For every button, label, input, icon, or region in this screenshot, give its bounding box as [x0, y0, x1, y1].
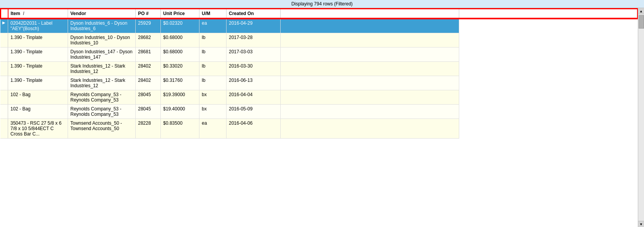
- scroll-track[interactable]: [638, 14, 644, 221]
- cell-createdOn: 2016-04-04: [227, 90, 281, 105]
- cell-um: lb: [199, 62, 227, 76]
- cell-vendor: Dyson Industries_10 - Dyson Industries_1…: [68, 33, 136, 47]
- cell-item: 1.390 - Tinplate: [8, 76, 68, 90]
- cell-createdOn: 2016-04-29: [227, 19, 281, 33]
- cell-unitPrice: $0.83500: [161, 119, 199, 139]
- cell-createdOn: 2016-06-13: [227, 76, 281, 90]
- cell-po: 28402: [136, 62, 161, 76]
- cell-item: 02042D2031 - Label "AEY"(Bosch): [8, 19, 68, 33]
- cell-um: lb: [199, 76, 227, 90]
- col-label-createdon: Created On: [229, 11, 254, 16]
- row-indicator-cell: [0, 76, 8, 90]
- row-indicator-cell: [0, 47, 8, 62]
- scroll-down-arrow[interactable]: ▼: [638, 221, 644, 227]
- table-wrapper: Item / Vendor PO # Unit Price: [0, 8, 644, 227]
- col-header-extra: [281, 8, 459, 19]
- cell-extra: [281, 76, 459, 90]
- vertical-scrollbar[interactable]: ▲ ▼: [638, 8, 644, 227]
- cell-unitPrice: $0.31760: [161, 76, 199, 90]
- table-row[interactable]: 1.390 - TinplateDyson Industries_147 - D…: [0, 47, 638, 62]
- cell-createdOn: 2017-03-28: [227, 33, 281, 47]
- data-table: Item / Vendor PO # Unit Price: [0, 8, 638, 139]
- cell-extra: [281, 47, 459, 62]
- cell-item: 350473 - RSC 27 5/8 x 6 7/8 x 10 5/844EC…: [8, 119, 68, 139]
- col-header-unitprice[interactable]: Unit Price: [161, 8, 199, 19]
- cell-unitPrice: $0.33020: [161, 62, 199, 76]
- cell-item: 102 - Bag: [8, 105, 68, 119]
- cell-unitPrice: $0.68000: [161, 33, 199, 47]
- cell-createdOn: 2017-03-03: [227, 47, 281, 62]
- row-indicator-cell: [0, 62, 8, 76]
- cell-um: ea: [199, 19, 227, 33]
- cell-createdOn: 2016-03-30: [227, 62, 281, 76]
- cell-po: 28402: [136, 76, 161, 90]
- cell-um: bx: [199, 105, 227, 119]
- table-row[interactable]: 350473 - RSC 27 5/8 x 6 7/8 x 10 5/844EC…: [0, 119, 638, 139]
- col-label-unitprice: Unit Price: [163, 11, 185, 16]
- table-header-row: Item / Vendor PO # Unit Price: [0, 8, 638, 19]
- col-label-vendor: Vendor: [70, 11, 86, 16]
- scroll-thumb[interactable]: [639, 15, 644, 29]
- row-indicator-cell: [0, 90, 8, 105]
- scroll-up-arrow[interactable]: ▲: [638, 8, 644, 14]
- cell-unitPrice: $19.39000: [161, 90, 199, 105]
- cell-extra: [281, 119, 459, 139]
- col-label-po: PO #: [138, 11, 148, 16]
- table-row[interactable]: 1.390 - TinplateStark Industries_12 - St…: [0, 76, 638, 90]
- cell-vendor: Dyson Industries_147 - Dyson Industries_…: [68, 47, 136, 62]
- cell-po: 28228: [136, 119, 161, 139]
- status-bar: Displaying 794 rows (Filtered): [0, 0, 644, 8]
- col-header-createdon[interactable]: Created On: [227, 8, 281, 19]
- cell-po: 28681: [136, 47, 161, 62]
- row-indicator-cell: [0, 33, 8, 47]
- cell-item: 102 - Bag: [8, 90, 68, 105]
- table-row[interactable]: 1.390 - TinplateDyson Industries_10 - Dy…: [0, 33, 638, 47]
- col-header-vendor[interactable]: Vendor: [68, 8, 136, 19]
- sort-indicator-item: /: [23, 11, 24, 16]
- table-row[interactable]: ▶02042D2031 - Label "AEY"(Bosch)Dyson In…: [0, 19, 638, 33]
- cell-um: lb: [199, 47, 227, 62]
- row-indicator-cell: [0, 119, 8, 139]
- cell-extra: [281, 105, 459, 119]
- cell-unitPrice: $0.02320: [161, 19, 199, 33]
- cell-vendor: Reynolds Company_53 - Reynolds Company_5…: [68, 105, 136, 119]
- cell-extra: [281, 62, 459, 76]
- col-header-um[interactable]: U/M: [199, 8, 227, 19]
- cell-createdOn: 2016-05-09: [227, 105, 281, 119]
- cell-unitPrice: $0.68000: [161, 47, 199, 62]
- row-indicator-cell: ▶: [0, 19, 8, 33]
- col-header-item[interactable]: Item /: [8, 8, 68, 19]
- cell-extra: [281, 33, 459, 47]
- table-row[interactable]: 102 - BagReynolds Company_53 - Reynolds …: [0, 105, 638, 119]
- cell-po: 28045: [136, 90, 161, 105]
- cell-extra: [281, 90, 459, 105]
- cell-um: ea: [199, 119, 227, 139]
- col-label-item: Item: [11, 11, 20, 16]
- cell-item: 1.390 - Tinplate: [8, 33, 68, 47]
- cell-item: 1.390 - Tinplate: [8, 62, 68, 76]
- table-body: ▶02042D2031 - Label "AEY"(Bosch)Dyson In…: [0, 19, 638, 139]
- col-header-po[interactable]: PO #: [136, 8, 161, 19]
- cell-vendor: Stark Industries_12 - Stark Industries_1…: [68, 76, 136, 90]
- cell-po: 28045: [136, 105, 161, 119]
- status-text: Displaying 794 rows (Filtered): [291, 1, 353, 7]
- col-label-um: U/M: [202, 11, 210, 16]
- cell-unitPrice: $19.40000: [161, 105, 199, 119]
- cell-extra: [281, 19, 459, 33]
- main-container: Displaying 794 rows (Filtered) Item /: [0, 0, 644, 227]
- cell-vendor: Dyson Industries_6 - Dyson Industries_6: [68, 19, 136, 33]
- table-row[interactable]: 102 - BagReynolds Company_53 - Reynolds …: [0, 90, 638, 105]
- cell-vendor: Townsend Accounts_50 - Townsend Accounts…: [68, 119, 136, 139]
- cell-createdOn: 2016-04-06: [227, 119, 281, 139]
- cell-po: 28682: [136, 33, 161, 47]
- cell-um: lb: [199, 33, 227, 47]
- row-indicator-cell: [0, 105, 8, 119]
- table-row[interactable]: 1.390 - TinplateStark Industries_12 - St…: [0, 62, 638, 76]
- cell-vendor: Reynolds Company_53 - Reynolds Company_5…: [68, 90, 136, 105]
- cell-vendor: Stark Industries_12 - Stark Industries_1…: [68, 62, 136, 76]
- row-indicator-header: [0, 8, 8, 19]
- cell-um: bx: [199, 90, 227, 105]
- cell-po: 25929: [136, 19, 161, 33]
- cell-item: 1.390 - Tinplate: [8, 47, 68, 62]
